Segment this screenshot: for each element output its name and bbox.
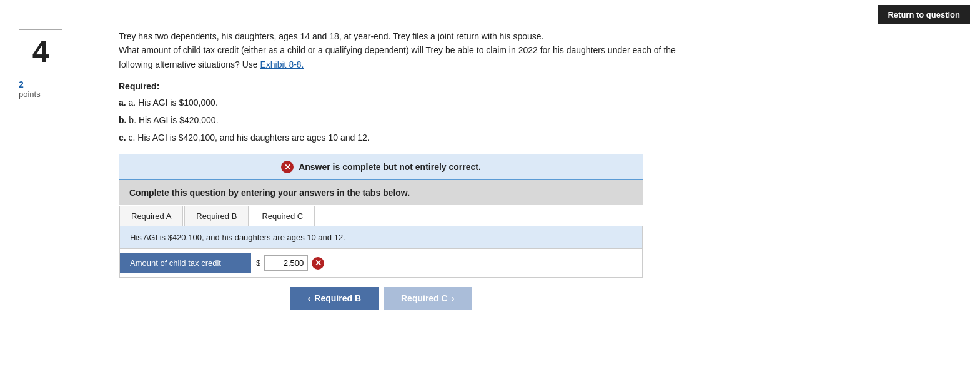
- prev-required-b-button[interactable]: ‹ Required B: [290, 287, 379, 310]
- points-label: points: [19, 89, 41, 99]
- sub-question-c: c. c. His AGI is $420,100, and his daugh…: [119, 133, 961, 143]
- status-error-icon: ✕: [281, 161, 294, 173]
- tab-c-description: His AGI is $420,100, and his daughters a…: [120, 226, 642, 249]
- return-to-question-button[interactable]: Return to question: [878, 5, 970, 24]
- input-error-icon: ✕: [312, 257, 324, 270]
- tab-required-b[interactable]: Required B: [184, 206, 249, 226]
- answer-row: Amount of child tax credit $ ✕: [120, 249, 642, 277]
- child-tax-credit-input[interactable]: [264, 255, 308, 271]
- answer-input-cell: $ ✕: [251, 253, 329, 273]
- tab-content-c: His AGI is $420,100, and his daughters a…: [119, 226, 643, 278]
- complete-message: Complete this question by entering your …: [119, 180, 643, 205]
- dollar-sign: $: [256, 258, 260, 268]
- chevron-left-icon: ‹: [308, 293, 311, 303]
- chevron-right-icon: ›: [452, 293, 455, 303]
- tabs-row: Required A Required B Required C: [119, 205, 643, 226]
- prev-button-label: Required B: [314, 293, 361, 303]
- tab-required-c[interactable]: Required C: [250, 206, 315, 226]
- nav-buttons: ‹ Required B Required C ›: [119, 287, 643, 310]
- question-number: 4: [32, 34, 49, 69]
- required-label: Required:: [119, 81, 961, 91]
- next-required-c-button: Required C ›: [384, 287, 472, 310]
- sub-question-a: a. a. His AGI is $100,000.: [119, 98, 961, 108]
- next-button-label: Required C: [401, 293, 448, 303]
- question-text: Trey has two dependents, his daughters, …: [119, 29, 681, 71]
- question-number-box: 4: [19, 29, 62, 73]
- answer-label: Amount of child tax credit: [120, 253, 251, 273]
- status-text: Answer is complete but not entirely corr…: [299, 162, 481, 172]
- sub-question-b: b. b. His AGI is $420,000.: [119, 115, 961, 125]
- points-value: 2: [19, 79, 24, 89]
- answer-box: ✕ Answer is complete but not entirely co…: [119, 154, 643, 278]
- answer-status-bar: ✕ Answer is complete but not entirely co…: [119, 154, 643, 180]
- exhibit-link[interactable]: Exhibit 8-8.: [260, 59, 304, 69]
- tab-required-a[interactable]: Required A: [119, 206, 183, 226]
